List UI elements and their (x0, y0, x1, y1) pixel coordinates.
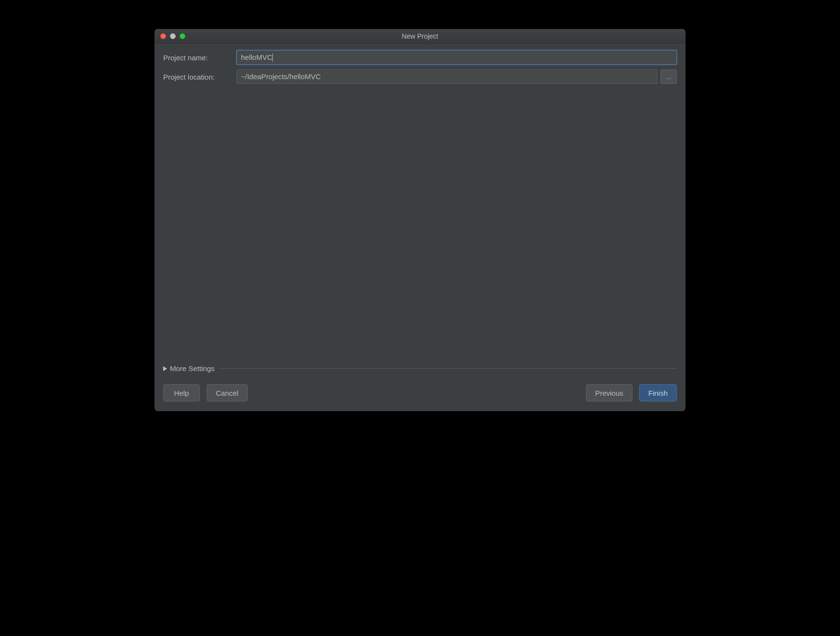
separator (219, 368, 677, 369)
project-location-label: Project location: (163, 73, 237, 81)
project-name-label: Project name: (163, 54, 237, 62)
previous-button[interactable]: Previous (586, 384, 632, 401)
ellipsis-icon: ... (666, 74, 672, 80)
more-settings-toggle[interactable]: More Settings (163, 360, 677, 377)
project-name-row: Project name: helloMVC (163, 50, 677, 65)
minimize-icon[interactable] (170, 33, 176, 39)
finish-button[interactable]: Finish (639, 384, 677, 401)
chevron-right-icon (163, 366, 167, 371)
help-button[interactable]: Help (163, 384, 200, 401)
maximize-icon[interactable] (180, 33, 185, 39)
dialog-content: Project name: helloMVC Project location:… (154, 43, 686, 411)
new-project-dialog: New Project Project name: helloMVC Proje… (154, 29, 686, 411)
window-controls (160, 33, 185, 39)
close-icon[interactable] (160, 33, 166, 39)
dialog-button-bar: Help Cancel Previous Finish (163, 377, 677, 411)
window-title: New Project (154, 32, 686, 40)
more-settings-label: More Settings (170, 364, 215, 373)
project-location-input[interactable]: ~/IdeaProjects/helloMVC (237, 69, 658, 84)
titlebar[interactable]: New Project (154, 29, 686, 43)
text-caret-icon (272, 54, 273, 62)
project-location-row: Project location: ~/IdeaProjects/helloMV… (163, 69, 677, 84)
cancel-button[interactable]: Cancel (207, 384, 248, 401)
browse-location-button[interactable]: ... (660, 69, 677, 84)
project-name-input[interactable]: helloMVC (237, 50, 677, 65)
svg-marker-0 (163, 366, 167, 371)
